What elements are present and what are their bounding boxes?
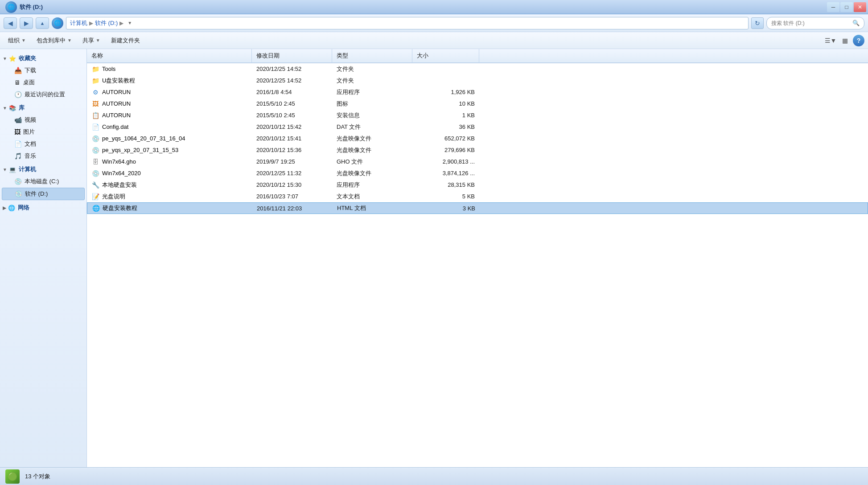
file-size-cell: 3,874,126 ...	[412, 170, 479, 177]
file-type-cell: 图标	[332, 100, 412, 108]
sidebar-item-drive-d[interactable]: 💿 软件 (D:)	[2, 188, 85, 200]
table-row[interactable]: 🌐 硬盘安装教程 2016/11/21 22:03 HTML 文档 3 KB	[87, 202, 868, 214]
include-library-label: 包含到库中	[37, 37, 66, 45]
up-button[interactable]: ▲	[36, 17, 49, 29]
search-icon[interactable]: 🔍	[852, 20, 860, 26]
table-row[interactable]: ⚙ AUTORUN 2016/1/8 4:54 应用程序 1,926 KB	[87, 86, 868, 98]
sidebar-header-favorites[interactable]: ▼ ⭐ 收藏夹	[0, 53, 86, 64]
library-header-icon: 📚	[9, 105, 16, 111]
refresh-button[interactable]: ↻	[751, 17, 764, 29]
desktop-label: 桌面	[23, 78, 35, 86]
recent-icon: 🕐	[14, 91, 22, 98]
sidebar-header-network[interactable]: ▶ 🌐 网络	[0, 202, 86, 214]
close-button[interactable]: ✕	[854, 2, 866, 12]
file-name-cell: 🗄 Win7x64.gho	[87, 158, 252, 166]
file-icon: 💿	[91, 169, 99, 177]
table-row[interactable]: 📁 U盘安装教程 2020/12/25 14:52 文件夹	[87, 75, 868, 86]
breadcrumb-bar[interactable]: 计算机 ▶ 软件 (D:) ▶ ▼	[66, 17, 749, 29]
file-name: AUTORUN	[102, 112, 131, 119]
drive-c-label: 本地磁盘 (C:)	[25, 177, 59, 185]
chevron-library: ▼	[3, 106, 7, 111]
sidebar-header-computer[interactable]: ▼ 💻 计算机	[0, 164, 86, 175]
file-size-cell: 10 KB	[412, 100, 479, 107]
sidebar-item-downloads[interactable]: 📥 下载	[2, 65, 85, 76]
file-name-cell: 💿 pe_yqs_xp_20_07_31_15_53	[87, 146, 252, 154]
file-type-cell: 应用程序	[332, 181, 412, 189]
minimize-button[interactable]: ─	[827, 2, 839, 12]
sidebar-item-drive-c[interactable]: 💿 本地磁盘 (C:)	[2, 176, 85, 187]
sidebar-item-documents[interactable]: 📄 文档	[2, 138, 85, 150]
statusbar: 🟢 13 个对象	[0, 467, 868, 485]
col-header-type[interactable]: 类型	[332, 49, 412, 62]
file-name: U盘安装教程	[102, 77, 135, 85]
search-bar[interactable]: 🔍	[766, 17, 864, 29]
network-label: 网络	[18, 204, 29, 212]
table-row[interactable]: 📋 AUTORUN 2015/5/10 2:45 安装信息 1 KB	[87, 110, 868, 121]
file-type-cell: 文件夹	[332, 65, 412, 73]
new-folder-button[interactable]: 新建文件夹	[107, 34, 144, 47]
network-header-icon: 🌐	[8, 205, 15, 211]
file-type-cell: 光盘映像文件	[332, 169, 412, 177]
toolbar-right: ☰▼ ▦ ?	[824, 34, 864, 47]
include-library-button[interactable]: 包含到库中 ▼	[32, 34, 76, 47]
file-name-cell: 📝 光盘说明	[87, 193, 252, 201]
file-date-cell: 2020/10/12 15:42	[252, 123, 332, 130]
file-name: AUTORUN	[102, 100, 131, 107]
file-list: 📁 Tools 2020/12/25 14:52 文件夹 📁 U盘安装教程 20…	[87, 63, 868, 467]
table-row[interactable]: 📝 光盘说明 2016/10/23 7:07 文本文档 5 KB	[87, 191, 868, 202]
file-name-cell: 🖼 AUTORUN	[87, 100, 252, 108]
help-button[interactable]: ?	[853, 35, 864, 46]
col-header-name[interactable]: 名称	[87, 49, 252, 62]
file-size-cell: 279,696 KB	[412, 147, 479, 153]
back-button[interactable]: ◀	[4, 17, 17, 29]
maximize-button[interactable]: □	[840, 2, 853, 12]
preview-pane-button[interactable]: ▦	[839, 34, 851, 47]
file-date-cell: 2020/12/25 14:52	[252, 66, 332, 72]
organize-button[interactable]: 组织 ▼	[4, 34, 30, 47]
share-button[interactable]: 共享 ▼	[78, 34, 105, 47]
breadcrumb-drive[interactable]: 软件 (D:)	[95, 19, 118, 27]
table-row[interactable]: 🖼 AUTORUN 2015/5/10 2:45 图标 10 KB	[87, 98, 868, 110]
chevron-favorites: ▼	[3, 56, 7, 61]
new-folder-label: 新建文件夹	[111, 37, 140, 45]
file-name: 光盘说明	[102, 193, 125, 201]
table-row[interactable]: 📁 Tools 2020/12/25 14:52 文件夹	[87, 63, 868, 75]
file-icon: 🔧	[91, 181, 99, 189]
share-label: 共享	[82, 37, 94, 45]
table-row[interactable]: 💿 pe_yqs_xp_20_07_31_15_53 2020/10/12 15…	[87, 144, 868, 156]
breadcrumb-dropdown[interactable]: ▼	[125, 17, 134, 29]
file-type-cell: HTML 文档	[333, 204, 413, 212]
col-header-size[interactable]: 大小	[412, 49, 479, 62]
file-date-cell: 2020/10/12 15:36	[252, 147, 332, 153]
file-date-cell: 2016/11/21 22:03	[252, 205, 333, 212]
file-date-cell: 2019/9/7 19:25	[252, 158, 332, 165]
sidebar-item-music[interactable]: 🎵 音乐	[2, 150, 85, 162]
status-count: 13 个对象	[25, 473, 50, 481]
table-row[interactable]: 📄 Config.dat 2020/10/12 15:42 DAT 文件 36 …	[87, 121, 868, 133]
table-row[interactable]: 💿 Win7x64_2020 2020/12/25 11:32 光盘映像文件 3…	[87, 168, 868, 179]
titlebar-controls: ─ □ ✕	[827, 2, 866, 12]
file-name: Win7x64_2020	[102, 170, 141, 177]
sidebar-item-desktop[interactable]: 🖥 桌面	[2, 77, 85, 88]
col-header-date[interactable]: 修改日期	[252, 49, 332, 62]
table-row[interactable]: 💿 pe_yqs_1064_20_07_31_16_04 2020/10/12 …	[87, 133, 868, 144]
sidebar-header-library[interactable]: ▼ 📚 库	[0, 102, 86, 114]
sidebar-section-library: ▼ 📚 库 📹 视频 🖼 图片 📄 文档 🎵 音乐	[0, 102, 86, 162]
forward-button[interactable]: ▶	[20, 17, 33, 29]
file-type-cell: 应用程序	[332, 88, 412, 96]
file-area: 名称 修改日期 类型 大小 📁 Tools 2020/12/25 14:52 文…	[87, 49, 868, 467]
sidebar-item-pictures[interactable]: 🖼 图片	[2, 126, 85, 138]
drive-c-icon: 💿	[14, 178, 22, 185]
sidebar-item-video[interactable]: 📹 视频	[2, 114, 85, 126]
pictures-icon: 🖼	[14, 128, 21, 136]
view-options-button[interactable]: ☰▼	[824, 34, 837, 47]
main-layout: ▼ ⭐ 收藏夹 📥 下载 🖥 桌面 🕐 最近访问的位置 ▼ 📚 库	[0, 49, 868, 467]
breadcrumb-computer[interactable]: 计算机	[70, 19, 87, 27]
file-name: Tools	[102, 66, 115, 72]
file-date-cell: 2020/10/12 15:41	[252, 135, 332, 142]
file-date-cell: 2016/10/23 7:07	[252, 193, 332, 200]
sidebar-item-recent[interactable]: 🕐 最近访问的位置	[2, 89, 85, 100]
table-row[interactable]: 🔧 本地硬盘安装 2020/10/12 15:30 应用程序 28,315 KB	[87, 179, 868, 191]
search-input[interactable]	[771, 20, 850, 26]
table-row[interactable]: 🗄 Win7x64.gho 2019/9/7 19:25 GHO 文件 2,90…	[87, 156, 868, 168]
